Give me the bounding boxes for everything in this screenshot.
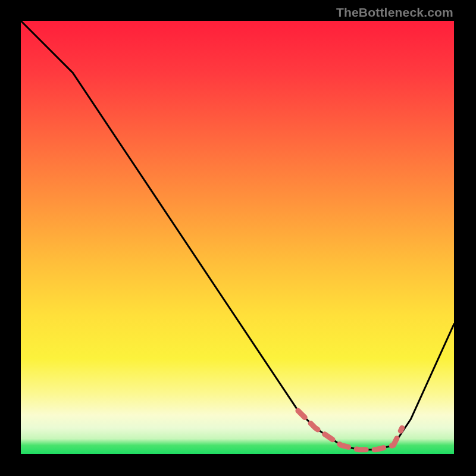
chart-svg xyxy=(21,21,454,454)
highlight-minimum xyxy=(298,411,402,450)
bottleneck-curve xyxy=(21,21,454,450)
watermark-text: TheBottleneck.com xyxy=(336,5,453,20)
chart-root: TheBottleneck.com xyxy=(0,0,476,476)
